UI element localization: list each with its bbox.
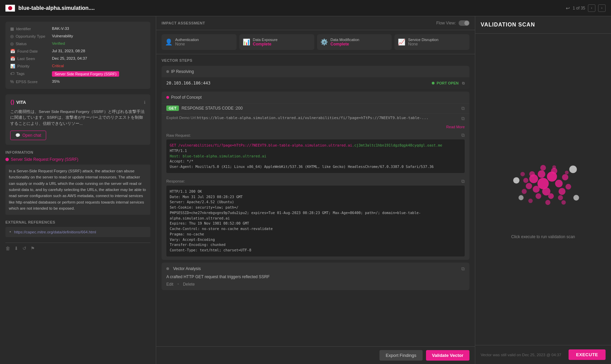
svg-point-30 [520, 172, 525, 176]
edit-button[interactable]: Edit [166, 282, 173, 287]
copy-ip-icon[interactable]: ⧉ [462, 81, 465, 85]
impact-card-data-mod: ⚙️ Data Modification Complete [317, 34, 392, 50]
data-mod-info: Data Modification Complete [331, 38, 359, 46]
ssrf-tag: Server Side Request Forgery (SSRF) [5, 157, 150, 162]
va-text: A crafted HTTP GET request that triggers… [166, 274, 465, 279]
download-icon[interactable]: ⬇ [14, 246, 18, 251]
ip-resolving-card: IP Resolving 20.103.166.186:443 PORT OPE… [162, 66, 469, 89]
svg-point-16 [545, 200, 551, 205]
copy-exploit-icon[interactable]: ⧉ [461, 116, 465, 121]
vita-logo: ⟨⟩ VITA [10, 99, 26, 106]
prev-button[interactable]: ‹ [588, 4, 595, 12]
ip-address: 20.103.166.186:443 [166, 81, 210, 85]
svg-point-15 [562, 174, 569, 180]
poc-label: Proof of Concept [166, 95, 202, 100]
opportunity-type-row: ◎ Opportunity Type Vulnerability [10, 34, 146, 39]
opportunity-value: Vulnerability [52, 34, 73, 38]
refresh-icon[interactable]: ↺ [22, 246, 26, 251]
epss-row: % EPSS Score 35% [10, 79, 146, 84]
execute-button[interactable]: EXECUTE [569, 349, 606, 360]
ip-row: 20.103.166.186:443 PORT OPEN ⧉ [162, 77, 469, 89]
svg-point-20 [540, 165, 546, 171]
svg-point-9 [548, 193, 554, 199]
information-description: In a Server-Side Request Forgery (SSRF) … [5, 165, 150, 215]
epss-value: 35% [52, 79, 60, 83]
svg-point-24 [573, 195, 579, 200]
copy-raw-icon[interactable]: ⧉ [461, 132, 465, 138]
impact-card-service: 📈 Service Disruption None [394, 34, 469, 50]
vector-analysis-card: Vector Analysis ⧉ A crafted HTTP GET req… [162, 263, 469, 290]
copy-response-icon[interactable]: ⧉ [461, 178, 465, 184]
vita-card: ⟨⟩ VITA ℹ この脆弱性は、Server Side Request For… [5, 94, 150, 145]
copy-get-icon[interactable]: ⧉ [461, 106, 465, 111]
ip-step-dot [166, 70, 169, 73]
last-valid-text: Vector was still valid on Dec 25, 2023 @… [481, 353, 561, 357]
va-dot [166, 267, 169, 270]
poc-get-row: GET RESPONSE STATUS CODE :200 ⧉ [162, 103, 469, 113]
last-seen-icon: 📅 [10, 56, 15, 61]
next-button[interactable]: › [598, 4, 606, 12]
delete-icon[interactable]: 🗑 [5, 246, 10, 251]
flag-icon [5, 5, 15, 12]
ip-resolving-header[interactable]: IP Resolving [162, 66, 469, 77]
ext-ref-link: • https://capec.mitre.org/data/definitio… [5, 227, 150, 237]
identifier-value: BAK-V-33 [52, 26, 69, 31]
status-value: Verified [52, 41, 65, 45]
ext-ref-title: EXTERNAL REFERENCES [5, 220, 150, 224]
found-date-label: 📅 Found Date [10, 49, 49, 54]
last-seen-label: 📅 Last Seen [10, 56, 49, 61]
copy-va-icon[interactable]: ⧉ [461, 266, 465, 272]
va-header: Vector Analysis ⧉ [166, 266, 465, 272]
export-findings-button[interactable]: Export Findings [379, 350, 422, 361]
flow-view-switch[interactable] [459, 20, 469, 26]
identifier-row: ▦ Identifier BAK-V-33 [10, 26, 146, 31]
data-mod-value: Complete [331, 42, 359, 46]
poc-exploit-row: Exploit Demo Url: https://blue-table-alp… [162, 113, 469, 123]
open-chat-button[interactable]: 💬 Open chat [10, 131, 46, 140]
pagination: ↩ 1 of 35 ‹ › [566, 4, 606, 12]
vita-icon: ⟨⟩ [10, 99, 14, 106]
raw-request-label-text: Raw Request: [166, 133, 191, 137]
poc-header: Proof of Concept [162, 92, 469, 103]
data-mod-icon: ⚙️ [320, 38, 328, 46]
priority-value: Critical [52, 64, 64, 68]
validation-scan-title: VALIDATION SCAN [481, 22, 535, 27]
vita-info-icon[interactable]: ℹ [144, 100, 146, 105]
port-open: PORT OPEN ⧉ [432, 81, 465, 85]
response-label-text: Response: [166, 179, 185, 183]
delete-button[interactable]: Delete [183, 282, 195, 287]
vector-steps-title: VECTOR STEPS [162, 58, 469, 62]
undo-icon[interactable]: ↩ [566, 5, 570, 11]
data-mod-name: Data Modification [331, 38, 359, 42]
ip-resolving-label: IP Resolving [166, 69, 194, 74]
auth-info: Authentication None [175, 38, 199, 46]
page-title: blue-table-alpha.simulation.... [18, 5, 95, 11]
validation-hint: Click execute to run validation scan [511, 234, 575, 239]
data-exposure-icon: 📊 [243, 38, 250, 46]
svg-point-14 [529, 171, 535, 177]
port-dot [432, 82, 434, 84]
svg-point-25 [519, 195, 524, 200]
epss-icon: % [10, 79, 14, 84]
service-icon: 📈 [398, 38, 405, 46]
validate-vector-button[interactable]: Validate Vector [426, 350, 470, 361]
tag-icon: 🏷 [10, 71, 14, 76]
impact-card-data-exposure: 📊 Data Exposure Complete [239, 34, 314, 50]
pagination-label: 1 of 35 [573, 6, 585, 11]
information-section-title: INFORMATION [5, 150, 150, 154]
poc-text: Proof of Concept [171, 95, 202, 100]
read-more-link[interactable]: Read More [162, 123, 469, 130]
svg-point-7 [555, 180, 562, 187]
port-status: PORT OPEN [437, 81, 459, 85]
svg-point-8 [526, 183, 532, 189]
chat-icon: 💬 [15, 133, 20, 138]
svg-point-29 [528, 199, 533, 203]
tags-row: 🏷 Tags Server Side Request Forgery (SSRF… [10, 71, 146, 77]
svg-point-21 [522, 189, 527, 194]
svg-rect-1 [8, 6, 12, 10]
svg-point-23 [569, 166, 577, 173]
ip-resolving-text: IP Resolving [171, 69, 194, 74]
flag-toolbar-icon[interactable]: ⚑ [31, 246, 35, 251]
ext-ref-anchor[interactable]: https://capec.mitre.org/data/definitions… [14, 230, 96, 234]
vector-steps-section: VECTOR STEPS IP Resolving 20.103.166.186… [156, 54, 475, 346]
